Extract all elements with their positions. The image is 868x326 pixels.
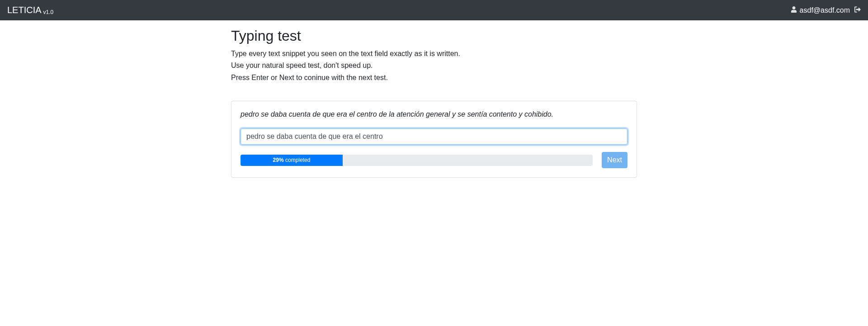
progress-percent: 29% bbox=[273, 157, 284, 163]
logout-button[interactable] bbox=[854, 6, 861, 14]
progress-track: 29% completed bbox=[241, 155, 593, 166]
brand-link[interactable]: LETICIA v1.0 bbox=[7, 5, 53, 15]
typing-input[interactable] bbox=[241, 128, 627, 145]
progress-suffix: completed bbox=[284, 157, 311, 163]
user-email: asdf@asdf.com bbox=[800, 6, 850, 14]
navbar-right: asdf@asdf.com bbox=[791, 6, 861, 14]
typing-card: pedro se daba cuenta de que era el centr… bbox=[231, 101, 637, 178]
brand-version: v1.0 bbox=[43, 9, 54, 15]
instruction-line-3: Press Enter or Next to coninue with the … bbox=[231, 73, 637, 83]
progress-row: 29% completed Next bbox=[241, 152, 627, 168]
main-container: Typing test Type every text snippet you … bbox=[226, 28, 642, 178]
logout-icon bbox=[854, 6, 861, 14]
page-title: Typing test bbox=[231, 28, 637, 44]
text-snippet: pedro se daba cuenta de que era el centr… bbox=[241, 110, 627, 118]
navbar: LETICIA v1.0 asdf@asdf.com bbox=[0, 0, 868, 20]
next-button[interactable]: Next bbox=[602, 152, 627, 168]
brand-name: LETICIA bbox=[7, 5, 42, 15]
instruction-line-2: Use your natural speed test, don't speed… bbox=[231, 61, 637, 71]
instruction-line-1: Type every text snippet you seen on the … bbox=[231, 49, 637, 59]
progress-bar: 29% completed bbox=[241, 155, 343, 166]
user-icon bbox=[791, 6, 797, 14]
